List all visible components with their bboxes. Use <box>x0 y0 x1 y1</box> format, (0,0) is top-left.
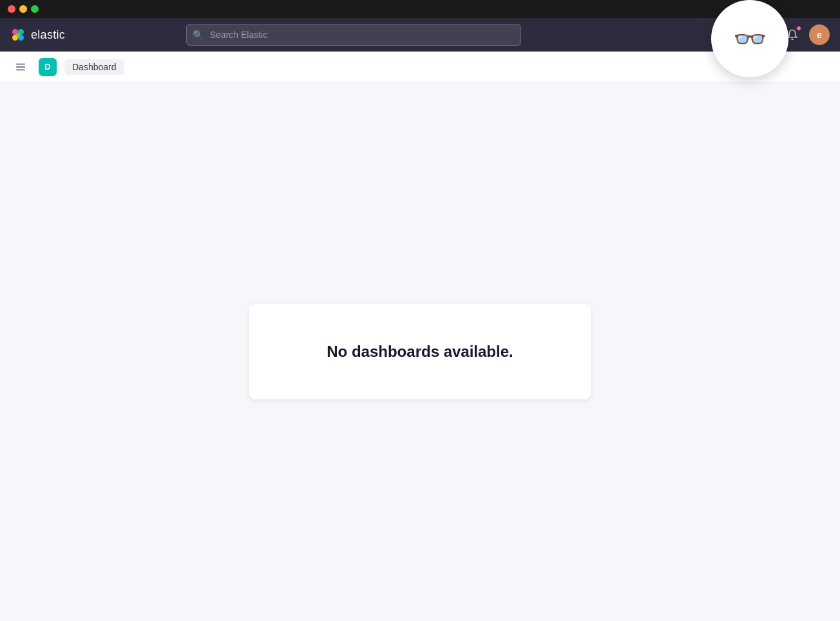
maximize-button[interactable] <box>31 5 39 13</box>
notification-badge <box>796 26 801 31</box>
minimize-button[interactable] <box>19 5 27 13</box>
glasses-icon: 👓 <box>733 23 767 55</box>
elastic-logo-icon <box>10 27 26 43</box>
close-button[interactable] <box>8 5 15 13</box>
menu-toggle-button[interactable] <box>10 57 31 77</box>
elastic-logo-text: elastic <box>31 28 65 42</box>
search-bar: 🔍 <box>186 24 521 46</box>
search-icon: 🔍 <box>193 30 204 40</box>
traffic-lights <box>8 5 39 13</box>
breadcrumb-avatar[interactable]: D <box>39 58 57 76</box>
empty-state-card: No dashboards available. <box>249 304 590 399</box>
main-content: No dashboards available. <box>0 82 840 621</box>
svg-point-4 <box>16 33 20 37</box>
breadcrumb-bar: D Dashboard <box>0 52 840 82</box>
user-avatar[interactable]: e <box>809 24 830 45</box>
hamburger-icon <box>15 61 26 73</box>
glasses-overlay: 👓 <box>711 0 788 77</box>
search-input[interactable] <box>186 24 521 46</box>
elastic-logo[interactable]: elastic <box>10 27 65 43</box>
breadcrumb-page-label[interactable]: Dashboard <box>64 59 124 75</box>
empty-state-message: No dashboards available. <box>327 343 513 361</box>
title-bar <box>0 0 840 18</box>
